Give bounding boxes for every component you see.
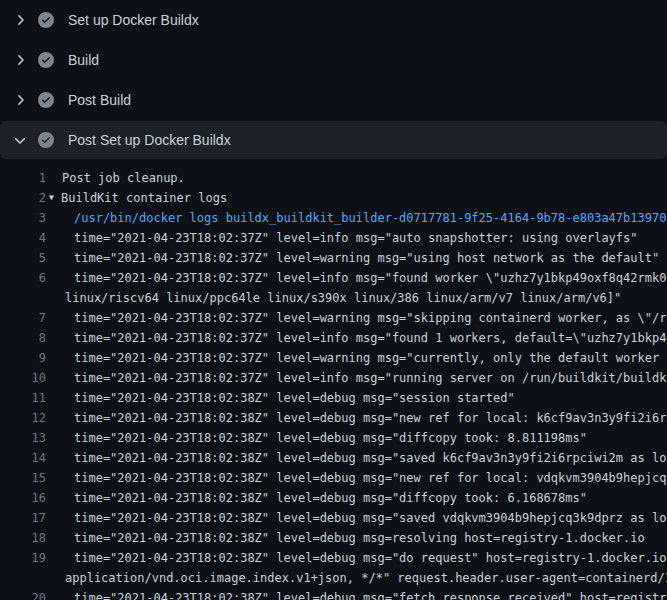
step-row[interactable]: Build bbox=[0, 40, 667, 80]
log-text: BuildKit container logs bbox=[61, 188, 227, 208]
log-text: linux/riscv64 linux/ppc64le linux/s390x … bbox=[65, 288, 621, 308]
log-line: 12 time="2021-04-23T18:02:38Z" level=deb… bbox=[0, 408, 667, 428]
log-text: application/vnd.oci.image.index.v1+json,… bbox=[65, 568, 667, 588]
log-line: 3 /usr/bin/docker logs buildx_buildkit_b… bbox=[0, 208, 667, 228]
log-line: 20 time="2021-04-23T18:02:38Z" level=deb… bbox=[0, 588, 667, 600]
log-container: 1 Post job cleanup. 2 ▼ BuildKit contain… bbox=[0, 160, 667, 600]
log-line: linux/riscv64 linux/ppc64le linux/s390x … bbox=[0, 288, 667, 308]
log-text: time="2021-04-23T18:02:38Z" level=debug … bbox=[74, 408, 667, 428]
line-number[interactable] bbox=[0, 568, 46, 588]
line-number[interactable]: 19 bbox=[0, 548, 46, 568]
log-text: time="2021-04-23T18:02:38Z" level=debug … bbox=[74, 428, 587, 448]
log-line: 1 Post job cleanup. bbox=[0, 168, 667, 188]
log-line: 17 time="2021-04-23T18:02:38Z" level=deb… bbox=[0, 508, 667, 528]
log-text: time="2021-04-23T18:02:37Z" level=info m… bbox=[74, 368, 667, 388]
log-text: time="2021-04-23T18:02:38Z" level=debug … bbox=[74, 508, 667, 528]
log-text: time="2021-04-23T18:02:38Z" level=debug … bbox=[74, 448, 667, 468]
log-text: time="2021-04-23T18:02:37Z" level=warnin… bbox=[74, 248, 659, 268]
log-line: 8 time="2021-04-23T18:02:37Z" level=info… bbox=[0, 328, 667, 348]
log-text: time="2021-04-23T18:02:37Z" level=info m… bbox=[74, 268, 667, 288]
log-text: time="2021-04-23T18:02:37Z" level=info m… bbox=[74, 228, 638, 248]
line-number[interactable]: 3 bbox=[0, 208, 46, 228]
line-number[interactable]: 13 bbox=[0, 428, 46, 448]
check-circle-icon bbox=[38, 52, 54, 68]
log-text: time="2021-04-23T18:02:37Z" level=info m… bbox=[74, 328, 667, 348]
step-row[interactable]: Set up Docker Buildx bbox=[0, 0, 667, 40]
line-number[interactable]: 8 bbox=[0, 328, 46, 348]
step-row[interactable]: Post Set up Docker Buildx bbox=[0, 121, 667, 159]
check-circle-icon bbox=[38, 12, 54, 28]
line-number[interactable]: 11 bbox=[0, 388, 46, 408]
step-label: Post Build bbox=[68, 92, 131, 108]
log-line: 19 time="2021-04-23T18:02:38Z" level=deb… bbox=[0, 548, 667, 568]
log-line: 10 time="2021-04-23T18:02:37Z" level=inf… bbox=[0, 368, 667, 388]
log-line: 13 time="2021-04-23T18:02:38Z" level=deb… bbox=[0, 428, 667, 448]
line-number[interactable]: 4 bbox=[0, 228, 46, 248]
chevron-icon[interactable] bbox=[12, 52, 28, 68]
log-text: time="2021-04-23T18:02:38Z" level=debug … bbox=[74, 388, 515, 408]
steps-list: Set up Docker Buildx Build Post Build Po… bbox=[0, 0, 667, 159]
check-circle-icon bbox=[38, 92, 54, 108]
line-number[interactable]: 15 bbox=[0, 468, 46, 488]
step-label: Build bbox=[68, 52, 99, 68]
chevron-icon[interactable] bbox=[12, 12, 28, 28]
log-line: 11 time="2021-04-23T18:02:38Z" level=deb… bbox=[0, 388, 667, 408]
log-text: time="2021-04-23T18:02:38Z" level=debug … bbox=[74, 488, 587, 508]
line-number[interactable] bbox=[0, 288, 46, 308]
line-number[interactable]: 16 bbox=[0, 488, 46, 508]
line-number[interactable]: 18 bbox=[0, 528, 46, 548]
log-line: 18 time="2021-04-23T18:02:38Z" level=deb… bbox=[0, 528, 667, 548]
group-toggle-icon[interactable]: ▼ bbox=[49, 188, 61, 208]
log-line: 2 ▼ BuildKit container logs bbox=[0, 188, 667, 208]
log-line: 6 time="2021-04-23T18:02:37Z" level=info… bbox=[0, 268, 667, 288]
log-text: time="2021-04-23T18:02:38Z" level=debug … bbox=[74, 468, 667, 488]
log-line: 9 time="2021-04-23T18:02:37Z" level=warn… bbox=[0, 348, 667, 368]
log-text: time="2021-04-23T18:02:37Z" level=warnin… bbox=[74, 308, 667, 328]
log-line: 15 time="2021-04-23T18:02:38Z" level=deb… bbox=[0, 468, 667, 488]
log-line: application/vnd.oci.image.index.v1+json,… bbox=[0, 568, 667, 588]
log-text: Post job cleanup. bbox=[62, 168, 185, 188]
line-number[interactable]: 9 bbox=[0, 348, 46, 368]
log-text: time="2021-04-23T18:02:38Z" level=debug … bbox=[74, 528, 645, 548]
log-text: time="2021-04-23T18:02:38Z" level=debug … bbox=[74, 548, 667, 568]
line-number[interactable]: 17 bbox=[0, 508, 46, 528]
line-number[interactable]: 12 bbox=[0, 408, 46, 428]
line-number[interactable]: 6 bbox=[0, 268, 46, 288]
log-line: 5 time="2021-04-23T18:02:37Z" level=warn… bbox=[0, 248, 667, 268]
line-number[interactable]: 2 bbox=[0, 188, 46, 208]
line-number[interactable]: 20 bbox=[0, 588, 46, 600]
log-text: time="2021-04-23T18:02:38Z" level=debug … bbox=[74, 588, 667, 600]
line-number[interactable]: 14 bbox=[0, 448, 46, 468]
step-label: Set up Docker Buildx bbox=[68, 12, 199, 28]
log-line: 7 time="2021-04-23T18:02:37Z" level=warn… bbox=[0, 308, 667, 328]
line-number[interactable]: 7 bbox=[0, 308, 46, 328]
line-number[interactable]: 1 bbox=[0, 168, 46, 188]
chevron-icon[interactable] bbox=[12, 92, 28, 108]
log-text: /usr/bin/docker logs buildx_buildkit_bui… bbox=[74, 208, 666, 228]
log-line: 14 time="2021-04-23T18:02:38Z" level=deb… bbox=[0, 448, 667, 468]
step-row[interactable]: Post Build bbox=[0, 80, 667, 120]
log-line: 16 time="2021-04-23T18:02:38Z" level=deb… bbox=[0, 488, 667, 508]
check-circle-icon bbox=[38, 132, 54, 148]
log-text: time="2021-04-23T18:02:37Z" level=warnin… bbox=[74, 348, 667, 368]
log-line: 4 time="2021-04-23T18:02:37Z" level=info… bbox=[0, 228, 667, 248]
line-number[interactable]: 5 bbox=[0, 248, 46, 268]
line-number[interactable]: 10 bbox=[0, 368, 46, 388]
step-label: Post Set up Docker Buildx bbox=[68, 132, 231, 148]
chevron-icon[interactable] bbox=[12, 132, 28, 148]
